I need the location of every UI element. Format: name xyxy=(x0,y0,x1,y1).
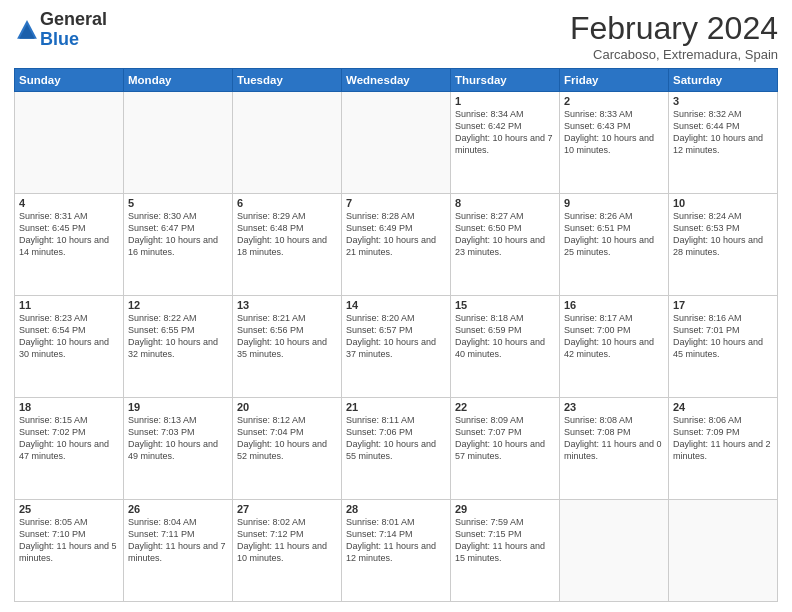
day-info: Sunrise: 8:28 AM Sunset: 6:49 PM Dayligh… xyxy=(346,210,446,259)
day-number: 10 xyxy=(673,197,773,209)
calendar-cell: 16Sunrise: 8:17 AM Sunset: 7:00 PM Dayli… xyxy=(560,296,669,398)
calendar-cell: 27Sunrise: 8:02 AM Sunset: 7:12 PM Dayli… xyxy=(233,500,342,602)
logo-general: General xyxy=(40,10,107,30)
day-info: Sunrise: 8:02 AM Sunset: 7:12 PM Dayligh… xyxy=(237,516,337,565)
calendar-table: SundayMondayTuesdayWednesdayThursdayFrid… xyxy=(14,68,778,602)
day-info: Sunrise: 8:12 AM Sunset: 7:04 PM Dayligh… xyxy=(237,414,337,463)
day-info: Sunrise: 8:20 AM Sunset: 6:57 PM Dayligh… xyxy=(346,312,446,361)
calendar-cell: 2Sunrise: 8:33 AM Sunset: 6:43 PM Daylig… xyxy=(560,92,669,194)
day-number: 20 xyxy=(237,401,337,413)
header: General Blue February 2024 Carcaboso, Ex… xyxy=(14,10,778,62)
calendar-cell: 20Sunrise: 8:12 AM Sunset: 7:04 PM Dayli… xyxy=(233,398,342,500)
calendar-cell: 21Sunrise: 8:11 AM Sunset: 7:06 PM Dayli… xyxy=(342,398,451,500)
calendar-week-row: 4Sunrise: 8:31 AM Sunset: 6:45 PM Daylig… xyxy=(15,194,778,296)
logo-blue: Blue xyxy=(40,30,107,50)
calendar-cell xyxy=(233,92,342,194)
day-info: Sunrise: 8:32 AM Sunset: 6:44 PM Dayligh… xyxy=(673,108,773,157)
day-number: 18 xyxy=(19,401,119,413)
calendar-cell: 25Sunrise: 8:05 AM Sunset: 7:10 PM Dayli… xyxy=(15,500,124,602)
logo-text: General Blue xyxy=(40,10,107,50)
day-info: Sunrise: 8:18 AM Sunset: 6:59 PM Dayligh… xyxy=(455,312,555,361)
day-info: Sunrise: 8:24 AM Sunset: 6:53 PM Dayligh… xyxy=(673,210,773,259)
day-info: Sunrise: 8:15 AM Sunset: 7:02 PM Dayligh… xyxy=(19,414,119,463)
calendar-cell: 24Sunrise: 8:06 AM Sunset: 7:09 PM Dayli… xyxy=(669,398,778,500)
day-of-week-header: Monday xyxy=(124,69,233,92)
day-info: Sunrise: 8:06 AM Sunset: 7:09 PM Dayligh… xyxy=(673,414,773,463)
day-number: 24 xyxy=(673,401,773,413)
day-number: 27 xyxy=(237,503,337,515)
calendar-cell: 7Sunrise: 8:28 AM Sunset: 6:49 PM Daylig… xyxy=(342,194,451,296)
day-number: 16 xyxy=(564,299,664,311)
day-number: 14 xyxy=(346,299,446,311)
day-info: Sunrise: 8:29 AM Sunset: 6:48 PM Dayligh… xyxy=(237,210,337,259)
calendar-cell xyxy=(560,500,669,602)
day-of-week-header: Friday xyxy=(560,69,669,92)
calendar-cell: 28Sunrise: 8:01 AM Sunset: 7:14 PM Dayli… xyxy=(342,500,451,602)
calendar-week-row: 25Sunrise: 8:05 AM Sunset: 7:10 PM Dayli… xyxy=(15,500,778,602)
day-info: Sunrise: 8:33 AM Sunset: 6:43 PM Dayligh… xyxy=(564,108,664,157)
calendar-cell: 6Sunrise: 8:29 AM Sunset: 6:48 PM Daylig… xyxy=(233,194,342,296)
calendar-week-row: 1Sunrise: 8:34 AM Sunset: 6:42 PM Daylig… xyxy=(15,92,778,194)
day-of-week-header: Thursday xyxy=(451,69,560,92)
day-info: Sunrise: 8:16 AM Sunset: 7:01 PM Dayligh… xyxy=(673,312,773,361)
day-info: Sunrise: 8:27 AM Sunset: 6:50 PM Dayligh… xyxy=(455,210,555,259)
day-info: Sunrise: 8:11 AM Sunset: 7:06 PM Dayligh… xyxy=(346,414,446,463)
day-number: 4 xyxy=(19,197,119,209)
calendar-cell: 8Sunrise: 8:27 AM Sunset: 6:50 PM Daylig… xyxy=(451,194,560,296)
day-info: Sunrise: 8:23 AM Sunset: 6:54 PM Dayligh… xyxy=(19,312,119,361)
calendar-cell: 5Sunrise: 8:30 AM Sunset: 6:47 PM Daylig… xyxy=(124,194,233,296)
day-info: Sunrise: 8:04 AM Sunset: 7:11 PM Dayligh… xyxy=(128,516,228,565)
calendar-cell xyxy=(342,92,451,194)
calendar-week-row: 18Sunrise: 8:15 AM Sunset: 7:02 PM Dayli… xyxy=(15,398,778,500)
day-of-week-header: Sunday xyxy=(15,69,124,92)
calendar-body: 1Sunrise: 8:34 AM Sunset: 6:42 PM Daylig… xyxy=(15,92,778,602)
calendar-cell: 4Sunrise: 8:31 AM Sunset: 6:45 PM Daylig… xyxy=(15,194,124,296)
calendar-week-row: 11Sunrise: 8:23 AM Sunset: 6:54 PM Dayli… xyxy=(15,296,778,398)
day-number: 22 xyxy=(455,401,555,413)
day-number: 23 xyxy=(564,401,664,413)
day-number: 21 xyxy=(346,401,446,413)
day-of-week-header: Saturday xyxy=(669,69,778,92)
day-number: 17 xyxy=(673,299,773,311)
calendar-cell: 17Sunrise: 8:16 AM Sunset: 7:01 PM Dayli… xyxy=(669,296,778,398)
day-number: 5 xyxy=(128,197,228,209)
day-info: Sunrise: 8:09 AM Sunset: 7:07 PM Dayligh… xyxy=(455,414,555,463)
day-number: 29 xyxy=(455,503,555,515)
day-number: 19 xyxy=(128,401,228,413)
calendar-cell: 29Sunrise: 7:59 AM Sunset: 7:15 PM Dayli… xyxy=(451,500,560,602)
day-number: 1 xyxy=(455,95,555,107)
day-number: 9 xyxy=(564,197,664,209)
calendar-cell: 10Sunrise: 8:24 AM Sunset: 6:53 PM Dayli… xyxy=(669,194,778,296)
calendar-cell: 22Sunrise: 8:09 AM Sunset: 7:07 PM Dayli… xyxy=(451,398,560,500)
day-info: Sunrise: 8:26 AM Sunset: 6:51 PM Dayligh… xyxy=(564,210,664,259)
logo: General Blue xyxy=(14,10,107,50)
calendar-cell: 23Sunrise: 8:08 AM Sunset: 7:08 PM Dayli… xyxy=(560,398,669,500)
day-number: 28 xyxy=(346,503,446,515)
day-info: Sunrise: 8:17 AM Sunset: 7:00 PM Dayligh… xyxy=(564,312,664,361)
logo-icon xyxy=(16,19,38,41)
page: General Blue February 2024 Carcaboso, Ex… xyxy=(0,0,792,612)
day-info: Sunrise: 8:31 AM Sunset: 6:45 PM Dayligh… xyxy=(19,210,119,259)
day-info: Sunrise: 8:22 AM Sunset: 6:55 PM Dayligh… xyxy=(128,312,228,361)
calendar-cell: 19Sunrise: 8:13 AM Sunset: 7:03 PM Dayli… xyxy=(124,398,233,500)
calendar-cell xyxy=(124,92,233,194)
day-number: 7 xyxy=(346,197,446,209)
day-info: Sunrise: 8:05 AM Sunset: 7:10 PM Dayligh… xyxy=(19,516,119,565)
day-info: Sunrise: 7:59 AM Sunset: 7:15 PM Dayligh… xyxy=(455,516,555,565)
day-number: 8 xyxy=(455,197,555,209)
day-number: 6 xyxy=(237,197,337,209)
calendar-cell: 9Sunrise: 8:26 AM Sunset: 6:51 PM Daylig… xyxy=(560,194,669,296)
calendar-cell: 26Sunrise: 8:04 AM Sunset: 7:11 PM Dayli… xyxy=(124,500,233,602)
calendar-cell xyxy=(669,500,778,602)
day-info: Sunrise: 8:34 AM Sunset: 6:42 PM Dayligh… xyxy=(455,108,555,157)
calendar-cell: 3Sunrise: 8:32 AM Sunset: 6:44 PM Daylig… xyxy=(669,92,778,194)
calendar-cell: 12Sunrise: 8:22 AM Sunset: 6:55 PM Dayli… xyxy=(124,296,233,398)
day-number: 25 xyxy=(19,503,119,515)
calendar-cell: 15Sunrise: 8:18 AM Sunset: 6:59 PM Dayli… xyxy=(451,296,560,398)
day-number: 26 xyxy=(128,503,228,515)
calendar-cell: 13Sunrise: 8:21 AM Sunset: 6:56 PM Dayli… xyxy=(233,296,342,398)
day-number: 15 xyxy=(455,299,555,311)
day-of-week-header: Tuesday xyxy=(233,69,342,92)
day-info: Sunrise: 8:01 AM Sunset: 7:14 PM Dayligh… xyxy=(346,516,446,565)
calendar-header: SundayMondayTuesdayWednesdayThursdayFrid… xyxy=(15,69,778,92)
